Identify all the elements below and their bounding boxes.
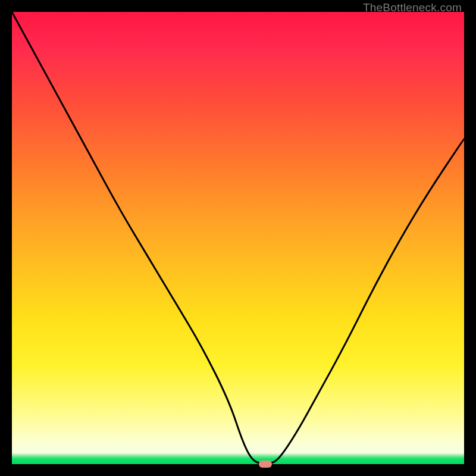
- chart-background-gradient: [12, 12, 464, 464]
- minimum-marker: [259, 461, 272, 468]
- watermark-text: TheBottleneck.com: [363, 1, 462, 14]
- chart-frame: [12, 12, 464, 464]
